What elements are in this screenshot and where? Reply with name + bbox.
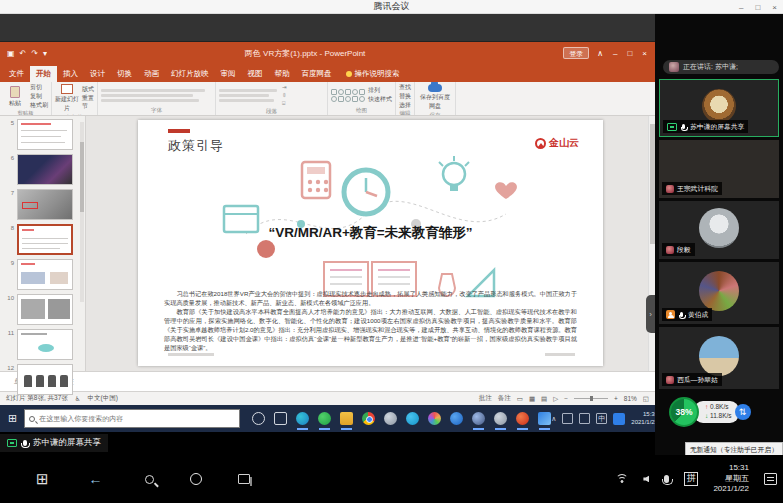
thumbnail-row[interactable]: 6: [5, 154, 85, 185]
wifi-icon[interactable]: [615, 474, 628, 484]
sidebar-collapse-handle[interactable]: ›: [646, 295, 655, 333]
cut-button[interactable]: 剪切: [30, 84, 48, 92]
replace-button[interactable]: 替换: [399, 93, 411, 101]
tab-insert[interactable]: 插入: [57, 66, 84, 82]
zoom-out-icon[interactable]: −: [564, 395, 568, 402]
tab-home[interactable]: 开始: [30, 66, 57, 82]
save-to-netdisk-button[interactable]: 保存到百度网盘: [418, 84, 452, 111]
slide-thumbnail[interactable]: [17, 189, 73, 220]
view-sorter-icon[interactable]: ▦: [529, 395, 535, 403]
app-icon[interactable]: [494, 412, 507, 425]
slide-canvas[interactable]: 政策引导 金山云: [86, 116, 655, 371]
reset-button[interactable]: 重置: [82, 95, 94, 103]
tab-help[interactable]: 帮助: [269, 66, 296, 82]
speaker-muted-icon[interactable]: [643, 475, 649, 482]
layout-button[interactable]: 版式: [82, 86, 94, 94]
cortana-icon[interactable]: [190, 473, 202, 485]
qat-dropdown-icon[interactable]: ▾: [43, 49, 47, 58]
align-text-button[interactable]: ⇳: [282, 92, 287, 99]
minimize-icon[interactable]: –: [739, 3, 743, 12]
thumbnail-row[interactable]: 9: [5, 259, 85, 290]
redo-icon[interactable]: ↷: [31, 49, 38, 58]
remote-tool-icon[interactable]: [384, 412, 397, 425]
undo-icon[interactable]: ↶: [20, 49, 27, 58]
video-tile[interactable]: 段毅: [659, 201, 779, 259]
paragraph-controls[interactable]: [219, 89, 279, 102]
slide-thumbnail-selected[interactable]: [17, 224, 73, 255]
start-button[interactable]: ⊞: [8, 412, 17, 425]
tab-design[interactable]: 设计: [84, 66, 111, 82]
ime-indicator[interactable]: 中: [596, 413, 607, 424]
notes-button[interactable]: 备注: [498, 394, 511, 403]
zoom-in-icon[interactable]: +: [614, 395, 618, 402]
network-icon[interactable]: [579, 413, 590, 424]
photo-app-icon[interactable]: [428, 412, 441, 425]
view-slideshow-icon[interactable]: ▷: [553, 395, 558, 403]
close-icon[interactable]: ×: [772, 3, 777, 12]
smartart-button[interactable]: ⌸: [282, 100, 287, 107]
search-input[interactable]: [39, 415, 239, 422]
network-float-widget[interactable]: 38% ↑ 0.8K/s ↓ 11.8K/s ⇅: [669, 397, 783, 427]
notes-pane[interactable]: 单击此处添加备注: [0, 371, 655, 391]
browser-icon[interactable]: [450, 412, 463, 425]
maximize-icon[interactable]: □: [755, 3, 760, 12]
slide-thumbnail[interactable]: [17, 119, 73, 150]
new-slide-button[interactable]: 新建幻灯片: [55, 84, 79, 113]
slide-thumbnail[interactable]: [17, 364, 73, 395]
start-button[interactable]: ⊞: [36, 470, 49, 488]
zoom-slider[interactable]: [574, 398, 608, 399]
paste-button[interactable]: 粘贴: [3, 86, 27, 108]
action-center-icon[interactable]: [764, 473, 777, 485]
video-tile[interactable]: 黄伯成: [659, 262, 779, 324]
tab-baidu-netdisk[interactable]: 百度网盘: [296, 66, 338, 82]
slide-thumbnail[interactable]: [17, 154, 73, 185]
accelerator-ball[interactable]: ⇅: [735, 404, 751, 420]
thumbnail-row[interactable]: 10: [5, 294, 85, 325]
quick-styles-button[interactable]: 快速样式: [368, 96, 392, 104]
tab-view[interactable]: 视图: [242, 66, 269, 82]
text-direction-button[interactable]: ⇥: [282, 84, 287, 91]
view-normal-icon[interactable]: ▭: [517, 395, 523, 403]
slide-thumbnail[interactable]: [17, 294, 73, 325]
tray-chevron-up-icon[interactable]: ∧: [551, 415, 556, 423]
app-icon[interactable]: [472, 412, 485, 425]
video-tile[interactable]: 西瓜—孙翠姑: [659, 327, 779, 389]
tab-slideshow[interactable]: 幻灯片放映: [165, 66, 215, 82]
shape-gallery[interactable]: [331, 89, 365, 102]
select-button[interactable]: 选择: [399, 102, 411, 110]
microphone-icon[interactable]: [664, 475, 669, 483]
thumbnail-row[interactable]: 7: [5, 189, 85, 220]
messenger-icon[interactable]: [406, 412, 419, 425]
ppt-minimize-icon[interactable]: –: [613, 49, 617, 58]
back-button[interactable]: ←: [89, 471, 103, 487]
chrome-icon[interactable]: [362, 412, 375, 425]
fit-slide-icon[interactable]: ◱: [643, 395, 649, 403]
edge-icon[interactable]: [296, 412, 309, 425]
tab-animations[interactable]: 动画: [138, 66, 165, 82]
search-icon[interactable]: [145, 475, 154, 484]
language-indicator[interactable]: 中文(中国): [88, 394, 118, 403]
tab-transitions[interactable]: 切换: [111, 66, 138, 82]
font-controls[interactable]: [101, 89, 209, 102]
tab-review[interactable]: 审阅: [215, 66, 242, 82]
task-view-icon[interactable]: [238, 474, 250, 484]
slide-thumbnail[interactable]: [17, 259, 73, 290]
thumbnail-row[interactable]: 11: [5, 329, 85, 360]
cortana-icon[interactable]: [252, 412, 265, 425]
taskbar-search[interactable]: [24, 409, 240, 428]
tab-file[interactable]: 文件: [3, 66, 30, 82]
slide[interactable]: 政策引导 金山云: [138, 120, 603, 366]
wechat-icon[interactable]: [318, 412, 331, 425]
battery-percent-ball[interactable]: 38%: [669, 397, 699, 427]
thumbnail-row[interactable]: 8: [5, 224, 85, 255]
arrange-button[interactable]: 排列: [368, 87, 392, 95]
slide-thumbnail[interactable]: [17, 329, 73, 360]
find-button[interactable]: 查找: [399, 84, 411, 92]
slide-thumbnail-panel[interactable]: 5 6 7 8 9: [0, 116, 86, 371]
comments-button[interactable]: 批注: [479, 394, 492, 403]
ime-indicator[interactable]: 拼: [684, 472, 698, 486]
zoom-level[interactable]: 81%: [624, 395, 637, 402]
thumbnail-scrollbar[interactable]: [80, 122, 84, 302]
ribbon-display-icon[interactable]: ∧: [597, 49, 603, 58]
tell-me-search[interactable]: 操作说明搜索: [346, 69, 400, 82]
